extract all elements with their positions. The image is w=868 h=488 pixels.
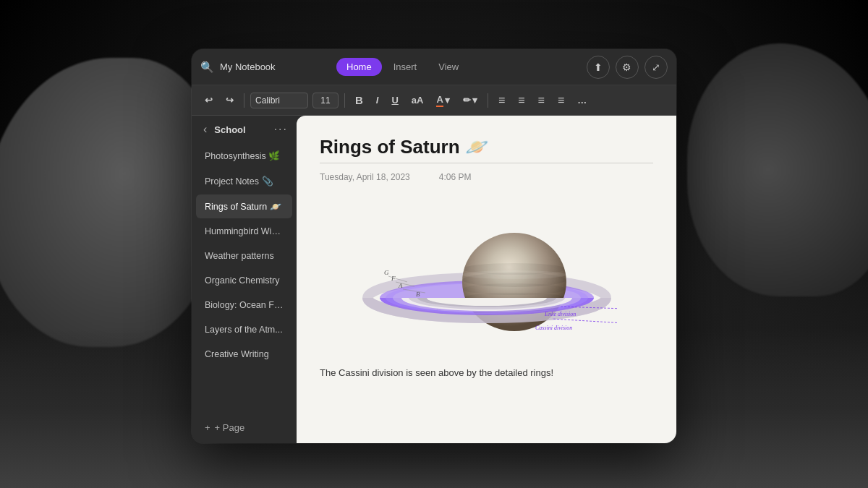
more-button[interactable]: …	[573, 92, 591, 108]
svg-text:Enke division: Enke division	[544, 311, 576, 317]
sidebar-item-biology[interactable]: Biology: Ocean Fo...	[196, 294, 292, 317]
text-color-icon: A	[436, 94, 443, 107]
sidebar-item-weather[interactable]: Weather patterns	[196, 244, 292, 267]
redo-button[interactable]: ↪	[221, 92, 238, 108]
tab-group: Home Insert View	[336, 58, 469, 76]
expand-icon: ⤢	[652, 61, 660, 73]
doc-time: 4:06 PM	[439, 172, 472, 182]
formatting-toolbar: ↩ ↪ B I U aA A▾ ✏▾ ≡ ≡ ≡ ≡ …	[192, 85, 676, 116]
tab-view[interactable]: View	[428, 58, 469, 76]
sidebar-item-project-notes[interactable]: Project Notes 📎	[196, 169, 292, 193]
notebook-title: My Notebook	[220, 61, 276, 72]
add-page-button[interactable]: + + Page	[196, 415, 292, 440]
sidebar-item-rings-of-saturn[interactable]: Rings of Saturn 🪐	[196, 194, 292, 218]
indent-left-button[interactable]: ≡	[534, 91, 549, 110]
undo-button[interactable]: ↩	[200, 92, 217, 108]
sidebar-items: Photosynthesis 🌿 Project Notes 📎 Rings o…	[192, 143, 297, 412]
font-size-input[interactable]	[312, 93, 339, 108]
text-color-button[interactable]: A▾	[432, 91, 454, 110]
svg-point-19	[462, 270, 566, 279]
sidebar: ‹ School ··· Photosynthesis 🌿 Project No…	[192, 116, 297, 443]
share-button[interactable]: ⬆	[587, 56, 610, 79]
separator-3	[488, 93, 488, 108]
doc-caption: The Cassini division is seen above by th…	[320, 367, 653, 378]
document-area[interactable]: Rings of Saturn 🪐 Tuesday, April 18, 202…	[297, 116, 676, 443]
underline-button[interactable]: U	[387, 92, 402, 108]
moon-rock-right	[687, 43, 868, 296]
saturn-svg: G F A B C D	[357, 197, 617, 356]
doc-title: Rings of Saturn 🪐	[320, 136, 653, 158]
fullscreen-button[interactable]: ⤢	[644, 56, 668, 79]
tab-insert[interactable]: Insert	[383, 58, 427, 76]
moon-rock-left	[0, 58, 217, 347]
bullets-button[interactable]: ≡	[494, 91, 509, 110]
saturn-illustration: G F A B C D	[320, 197, 653, 356]
main-area: ‹ School ··· Photosynthesis 🌿 Project No…	[192, 116, 676, 443]
sidebar-header: ‹ School ···	[192, 116, 297, 143]
highlight-icon: ✏	[463, 95, 471, 106]
sidebar-item-hummingbird[interactable]: Hummingbird Win...	[196, 220, 292, 243]
more-options-button[interactable]: ···	[274, 123, 288, 136]
separator-1	[244, 93, 244, 108]
doc-date: Tuesday, April 18, 2023	[320, 172, 410, 182]
section-title: School	[214, 124, 269, 135]
doc-title-text: Rings of Saturn 🪐	[320, 136, 488, 158]
back-button[interactable]: ‹	[200, 123, 210, 136]
top-actions: ⬆ ⚙ ⤢	[587, 56, 668, 79]
doc-meta: Tuesday, April 18, 2023 4:06 PM	[320, 172, 653, 182]
numbered-button[interactable]: ≡	[514, 91, 529, 110]
highlight-button[interactable]: ✏▾	[459, 92, 482, 108]
settings-button[interactable]: ⚙	[616, 56, 639, 79]
share-icon: ⬆	[594, 61, 603, 73]
italic-button[interactable]: I	[372, 92, 383, 108]
top-bar: 🔍 My Notebook Home Insert View ⬆ ⚙ ⤢	[192, 49, 676, 85]
gear-icon: ⚙	[622, 61, 631, 73]
indent-right-button[interactable]: ≡	[553, 91, 569, 110]
svg-text:G: G	[384, 269, 389, 276]
sidebar-item-creative-writing[interactable]: Creative Writing	[196, 343, 292, 366]
sidebar-item-layers[interactable]: Layers of the Atm...	[196, 318, 292, 341]
tab-home[interactable]: Home	[336, 58, 382, 76]
svg-line-31	[552, 319, 617, 323]
font-family-input[interactable]	[250, 93, 308, 108]
sidebar-item-organic-chemistry[interactable]: Organic Chemistry	[196, 269, 292, 292]
sidebar-item-photosynthesis[interactable]: Photosynthesis 🌿	[196, 144, 292, 168]
text-size-icon: aA	[412, 95, 424, 106]
doc-title-divider	[320, 163, 653, 163]
search-icon: 🔍	[200, 61, 214, 74]
bold-button[interactable]: B	[351, 91, 367, 109]
add-page-label: + Page	[215, 422, 245, 433]
separator-2	[344, 93, 345, 108]
text-size-button[interactable]: aA	[407, 92, 428, 108]
svg-text:Cassini division: Cassini division	[535, 325, 572, 331]
search-area: 🔍 My Notebook	[200, 61, 276, 74]
plus-icon: +	[205, 422, 210, 433]
app-window: 🔍 My Notebook Home Insert View ⬆ ⚙ ⤢ ↩ ↪…	[192, 49, 676, 443]
